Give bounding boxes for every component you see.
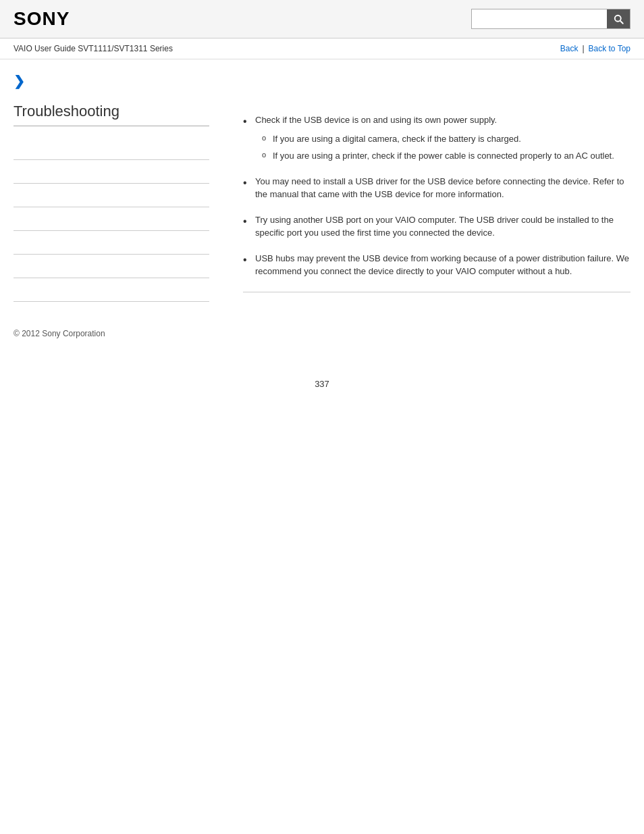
sidebar-link[interactable] xyxy=(14,238,209,247)
content-spacer xyxy=(243,73,630,113)
sidebar-link[interactable] xyxy=(14,143,209,153)
list-item xyxy=(14,207,209,231)
search-icon xyxy=(612,13,624,25)
search-button[interactable] xyxy=(607,9,630,28)
list-item xyxy=(14,255,209,278)
bullet-text: Try using another USB port on your VAIO … xyxy=(255,215,614,238)
bullet-text: Check if the USB device is on and using … xyxy=(255,115,497,125)
bullet-text: You may need to install a USB driver for… xyxy=(255,176,624,200)
list-item: Try using another USB port on your VAIO … xyxy=(243,213,630,240)
footer: © 2012 Sony Corporation xyxy=(0,315,644,352)
sidebar-links xyxy=(14,136,209,302)
page-number: 337 xyxy=(0,379,644,389)
bullet-text: USB hubs may prevent the USB device from… xyxy=(255,253,629,277)
sony-logo: SONY xyxy=(14,8,70,30)
list-item xyxy=(14,136,209,160)
header: SONY xyxy=(0,0,644,38)
sidebar: ❯ Troubleshooting xyxy=(14,59,223,315)
bullet-list: Check if the USB device is on and using … xyxy=(243,113,630,278)
back-to-top-link[interactable]: Back to Top xyxy=(589,44,630,53)
sidebar-title: Troubleshooting xyxy=(14,103,209,126)
list-item xyxy=(14,231,209,255)
sidebar-link[interactable] xyxy=(14,167,209,176)
sub-item-text: If you are using a digital camera, check… xyxy=(273,134,521,144)
search-box xyxy=(471,9,630,29)
sub-list-item: If you are using a printer, check if the… xyxy=(262,149,630,163)
breadcrumb-bar: VAIO User Guide SVT1111/SVT1311 Series B… xyxy=(0,38,644,59)
list-item: You may need to install a USB driver for… xyxy=(243,175,630,201)
content-area: Check if the USB device is on and using … xyxy=(223,59,630,315)
sub-list-item: If you are using a digital camera, check… xyxy=(262,132,630,146)
sidebar-link[interactable] xyxy=(14,285,209,294)
search-input[interactable] xyxy=(472,11,607,28)
list-item xyxy=(14,184,209,207)
list-item: USB hubs may prevent the USB device from… xyxy=(243,252,630,278)
sub-list: If you are using a digital camera, check… xyxy=(255,127,630,163)
nav-links: Back | Back to Top xyxy=(560,44,630,53)
list-item xyxy=(14,278,209,302)
guide-title: VAIO User Guide SVT1111/SVT1311 Series xyxy=(14,44,173,53)
nav-separator: | xyxy=(582,44,584,53)
list-item: Check if the USB device is on and using … xyxy=(243,113,630,163)
copyright-text: © 2012 Sony Corporation xyxy=(14,329,105,338)
sidebar-link[interactable] xyxy=(14,261,209,271)
chevron-icon: ❯ xyxy=(14,73,209,89)
list-item xyxy=(14,160,209,184)
sub-item-text: If you are using a printer, check if the… xyxy=(273,151,614,161)
content-divider xyxy=(243,292,630,292)
sidebar-link[interactable] xyxy=(14,190,209,200)
main-content: ❯ Troubleshooting Check if the USB devic… xyxy=(0,59,644,315)
sidebar-link[interactable] xyxy=(14,214,209,224)
back-link[interactable]: Back xyxy=(560,44,579,53)
